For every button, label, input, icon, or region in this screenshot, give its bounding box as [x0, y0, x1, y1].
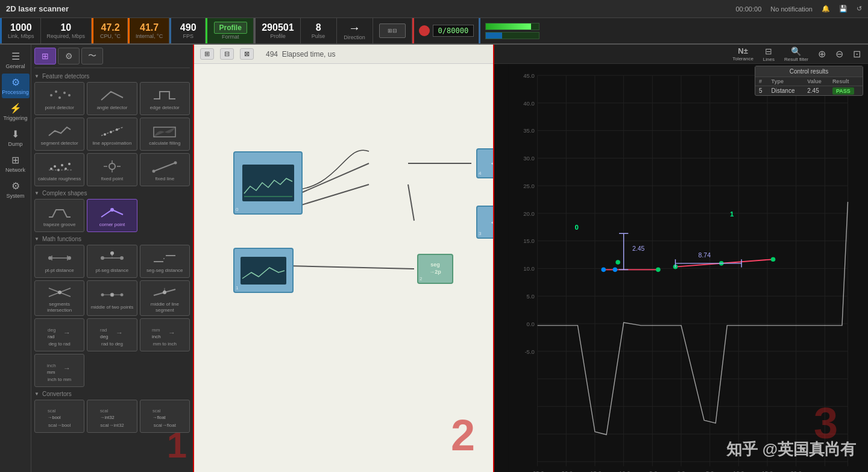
- svg-text:-15.0: -15.0: [588, 470, 602, 472]
- inputs-panel: [479, 18, 544, 43]
- zoom-in-button[interactable]: ⊕: [816, 47, 828, 61]
- zoom-out-button[interactable]: ⊖: [833, 47, 846, 61]
- svg-point-10: [50, 168, 52, 170]
- add-node-button[interactable]: ⊞: [200, 48, 214, 60]
- tool-middle-line-seg[interactable]: middle of line segment: [140, 280, 190, 316]
- node-profile-viewer-2[interactable]: 1: [233, 248, 294, 293]
- svg-text:-5.0: -5.0: [647, 470, 657, 472]
- cr-col-result: Result: [829, 77, 863, 86]
- sidebar-item-general[interactable]: ☰ General: [2, 48, 30, 72]
- tool-inch-to-mm[interactable]: inch mm → inch to mm: [34, 354, 84, 387]
- seg-seg-dist-icon: [151, 250, 178, 266]
- tool-label-calc-filling: calculate filling: [149, 140, 180, 146]
- tool-seg-seg-dist[interactable]: seg-seg distance: [140, 245, 190, 278]
- stat-mode-btn[interactable]: ⊞⊟: [373, 18, 412, 43]
- tool-label-rad-to-deg: rad to deg: [101, 341, 123, 347]
- control-results-panel: Control results # Type Value Result 5 Di…: [755, 66, 863, 96]
- section-convertors[interactable]: ▼ Convertors: [34, 391, 190, 397]
- graph-panel: ⊞ ⊟ ⊠ 494 Elapsed time, us 2: [194, 45, 494, 472]
- fit-icon: ⊡: [853, 48, 861, 60]
- section-feature-detectors[interactable]: ▼ Feature detectors: [34, 73, 190, 80]
- tab-wave[interactable]: 〜: [81, 48, 103, 65]
- svg-point-136: [771, 257, 776, 262]
- tool-seg-intersection[interactable]: segments intersection: [34, 280, 84, 316]
- svg-line-67: [300, 184, 369, 206]
- tool-angle-detector[interactable]: angle detector: [87, 82, 137, 115]
- sidebar-item-network[interactable]: ⊞ Network: [2, 151, 30, 176]
- node-profile-viewer[interactable]: 0: [233, 151, 303, 215]
- svg-point-0: [50, 94, 52, 96]
- tool-mm-to-inch[interactable]: mm inch → mm to inch: [140, 318, 190, 351]
- svg-point-130: [601, 268, 606, 272]
- result-filter-button[interactable]: 🔍 Result filter: [782, 45, 811, 63]
- layout-button[interactable]: ⊠: [240, 48, 254, 60]
- svg-text:scal: scal: [100, 408, 108, 414]
- tool-pt-seg-dist[interactable]: pt-seg distance: [87, 245, 137, 278]
- graph-header: ⊞ ⊟ ⊠ 494 Elapsed time, us: [194, 45, 493, 64]
- graph-area[interactable]: 2: [194, 64, 493, 472]
- svg-text:mm: mm: [47, 370, 55, 375]
- record-button[interactable]: [419, 25, 430, 36]
- tool-label-seg-seg-dist: seg-seg distance: [146, 268, 183, 274]
- sidebar-item-triggering[interactable]: ⚡ Triggering: [2, 99, 30, 124]
- tool-label-deg-to-rad: deg to rad: [49, 341, 71, 347]
- tool-corner-point[interactable]: corner point: [87, 199, 137, 232]
- general-icon: ☰: [11, 51, 20, 62]
- sidebar-item-processing[interactable]: ⚙ Processing: [2, 74, 30, 98]
- chart-header: N± Tolerance ⊟ Lines 🔍 Result filter ⊕ ⊖…: [494, 45, 868, 64]
- tool-calc-roughness[interactable]: calculate roughness: [34, 153, 84, 186]
- refresh-icon[interactable]: ↺: [857, 5, 862, 13]
- svg-text:→bool: →bool: [48, 415, 61, 420]
- stat-ethernet: 1000 Link, Mbps: [0, 18, 41, 43]
- tool-rad-to-deg[interactable]: rad deg → rad to deg: [87, 318, 137, 351]
- tool-scal-to-bool[interactable]: scal →bool scal→bool: [34, 400, 84, 433]
- svg-text:-20.0: -20.0: [559, 470, 573, 472]
- section-arrow-features: ▼: [34, 74, 39, 79]
- tool-fixed-line[interactable]: fixed line: [140, 153, 190, 186]
- tab-settings[interactable]: ⚙: [58, 48, 80, 65]
- cr-title: Control results: [755, 66, 863, 77]
- section-math-functions[interactable]: ▼ Math functions: [34, 236, 190, 242]
- tool-label-edge-detector: edge detector: [150, 105, 180, 111]
- lines-button[interactable]: ⊟ Lines: [761, 45, 777, 63]
- svg-point-41: [101, 293, 104, 296]
- tool-label-scal-float: scal→float: [154, 423, 176, 429]
- complex-shapes-grid: trapeze groove corner point: [34, 199, 190, 232]
- save-icon[interactable]: 💾: [839, 5, 848, 13]
- tool-scal-to-float[interactable]: scal →float scal→float: [140, 400, 190, 433]
- tool-fixed-point[interactable]: fixed point: [87, 153, 137, 186]
- tab-grid[interactable]: ⊞: [34, 48, 56, 65]
- result-filter-icon: 🔍: [791, 46, 801, 56]
- sidebar-item-dump[interactable]: ⬇ Dump: [2, 125, 30, 150]
- svg-line-75: [288, 266, 414, 269]
- add-connection-button[interactable]: ⊟: [220, 48, 234, 60]
- tool-trapeze-groove[interactable]: trapeze groove: [34, 199, 84, 232]
- fit-button[interactable]: ⊡: [851, 47, 863, 61]
- graph-area-number: 2: [451, 411, 475, 460]
- section-complex-shapes[interactable]: ▼ Complex shapes: [34, 190, 190, 197]
- tool-edge-detector[interactable]: edge detector: [140, 82, 190, 115]
- svg-text:15.0: 15.0: [523, 238, 535, 244]
- tolerance-button[interactable]: N± Tolerance: [730, 45, 756, 63]
- tool-point-detector[interactable]: point detector: [34, 82, 84, 115]
- bell-icon: 🔔: [822, 5, 830, 13]
- tool-deg-to-rad[interactable]: deg rad → deg to rad: [34, 318, 84, 351]
- cr-row-num: 5: [755, 86, 768, 96]
- tool-scal-to-int32[interactable]: scal →int32 scal→int32: [87, 400, 137, 433]
- seg-intersection-icon: [46, 283, 73, 300]
- svg-point-42: [120, 293, 123, 296]
- triggering-icon: ⚡: [10, 102, 22, 114]
- tool-line-approx[interactable]: line approximation: [87, 118, 137, 151]
- svg-point-8: [116, 128, 118, 131]
- node-seg-2p[interactable]: seg→2p 2: [417, 254, 453, 284]
- angle-detector-icon: [99, 87, 125, 104]
- node-3[interactable]: ↔ 3: [476, 206, 493, 239]
- tool-pt-pt-dist[interactable]: pt-pt distance: [34, 245, 84, 278]
- tool-middle-two-pts[interactable]: middle of two points: [87, 280, 137, 316]
- tool-calc-filling[interactable]: calculate filling: [140, 118, 190, 151]
- tool-segment-detector[interactable]: segment detector: [34, 118, 84, 151]
- tool-label-pt-seg-dist: pt-seg distance: [96, 268, 128, 274]
- chart-area[interactable]: 45.0 40.0 35.0 30.0 25.0 20.0 15.0 10.0 …: [494, 64, 868, 472]
- node-4[interactable]: ↔ 4: [476, 148, 493, 178]
- sidebar-item-system[interactable]: ⚙ System: [2, 177, 30, 202]
